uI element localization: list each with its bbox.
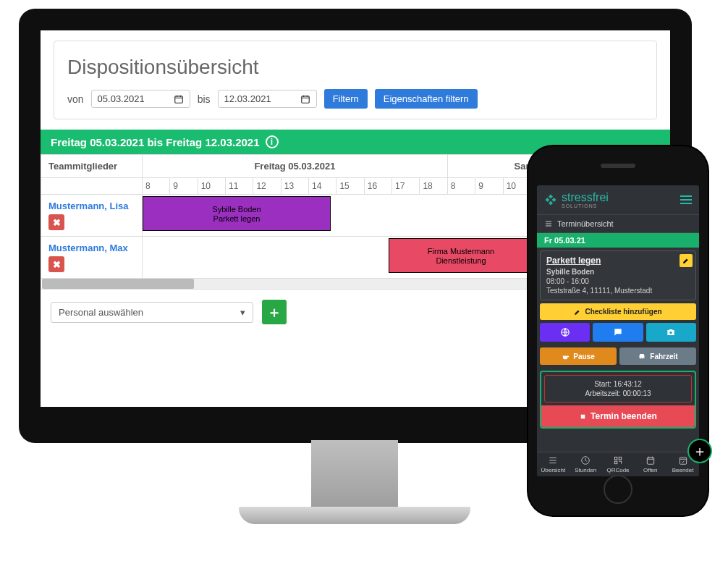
mobile-date-banner: Fr 05.03.21 — [537, 233, 699, 248]
phone-frame: stressfrei SOLUTIONS Terminübersicht Fr … — [528, 146, 708, 515]
subheader-title: Terminübersicht — [557, 219, 614, 228]
checklist-label: Checkliste hinzufügen — [585, 308, 661, 316]
svg-point-3 — [670, 332, 673, 334]
appointment-customer: Sybille Boden — [546, 267, 690, 277]
appointment-title: Parkett legen — [546, 256, 690, 266]
svg-rect-10 — [680, 458, 686, 464]
calendar-icon — [300, 94, 310, 104]
chat-icon — [613, 327, 623, 337]
filter-button[interactable]: Filtern — [324, 89, 368, 109]
appointment-card[interactable]: Parkett legen Sybille Boden 08:00 - 16:0… — [540, 250, 696, 300]
add-staff-button[interactable]: ＋ — [262, 300, 287, 324]
nav-qrcode[interactable]: QRCode — [602, 452, 635, 476]
camera-button[interactable] — [646, 323, 696, 342]
appointment-service: Dienstleistung — [392, 256, 530, 265]
mobile-bottom-nav: Übersicht Stunden QRCode Offen Beendet — [537, 452, 699, 476]
appointment-block[interactable]: Firma Mustermann Dienstleistung — [389, 238, 533, 273]
chevron-down-icon: ▾ — [240, 307, 245, 318]
timer-box: Start: 16:43:12 Arbeitszeit: 00:00:13 — [544, 375, 692, 402]
from-label: von — [67, 93, 84, 105]
pause-label: Pause — [573, 353, 594, 361]
pause-button[interactable]: Pause — [540, 347, 617, 365]
members-column-header: Teammitglieder — [41, 155, 143, 178]
svg-rect-9 — [647, 458, 653, 464]
filter-row: von 05.03.2021 bis 12.03.2021 Filtern Ei… — [67, 89, 643, 109]
svg-rect-7 — [619, 457, 622, 460]
page-title: Dispositionsübersicht — [67, 56, 643, 79]
remove-member-button[interactable]: ✖ — [48, 214, 64, 230]
pencil-icon — [682, 257, 690, 264]
mobile-header: stressfrei SOLUTIONS — [537, 185, 699, 215]
car-icon — [638, 352, 646, 361]
filter-card: Dispositionsübersicht von 05.03.2021 bis… — [54, 41, 657, 119]
end-appointment-button[interactable]: Termin beenden — [541, 405, 695, 427]
appointment-block[interactable]: Sybille Boden Parkett legen — [143, 196, 331, 231]
nav-overview[interactable]: Übersicht — [537, 452, 570, 476]
day-header-1: Freitag 05.03.2021 — [143, 155, 448, 178]
timer-worktime: Arbeitszeit: 00:00:13 — [548, 389, 688, 398]
fab-add-button[interactable]: ＋ — [687, 439, 712, 463]
scrollbar-thumb[interactable] — [42, 279, 194, 289]
add-checklist-button[interactable]: Checkliste hinzufügen — [540, 303, 696, 320]
to-date-input[interactable]: 12.03.2021 — [218, 90, 317, 108]
logo-icon — [544, 193, 557, 206]
staff-select[interactable]: Personal auswählen ▾ — [51, 302, 253, 323]
monitor-stand-neck — [311, 440, 398, 513]
menu-icon[interactable] — [680, 195, 692, 204]
brand-name: stressfrei — [562, 191, 609, 203]
pencil-icon — [574, 308, 581, 316]
brand-sub: SOLUTIONS — [562, 204, 609, 208]
timer-start: Start: 16:43:12 — [548, 379, 688, 389]
from-date-value: 05.03.2021 — [98, 93, 145, 104]
brand-logo[interactable]: stressfrei SOLUTIONS — [544, 191, 609, 208]
member-name[interactable]: Mustermann, Lisa — [48, 201, 135, 211]
nav-open[interactable]: Offen — [634, 452, 666, 476]
globe-button[interactable] — [540, 323, 590, 342]
svg-rect-1 — [301, 96, 309, 102]
svg-rect-8 — [614, 461, 617, 464]
appointment-customer: Sybille Boden — [146, 205, 327, 214]
edit-button[interactable] — [680, 254, 693, 267]
globe-icon — [560, 327, 570, 337]
calendar-icon — [174, 94, 184, 104]
svg-rect-6 — [614, 457, 617, 460]
to-label: bis — [198, 93, 211, 105]
to-date-value: 12.03.2021 — [224, 93, 271, 104]
svg-rect-0 — [174, 96, 182, 102]
mobile-subheader: Terminübersicht — [537, 215, 699, 233]
info-icon[interactable]: i — [266, 135, 279, 148]
member-name[interactable]: Mustermann, Max — [48, 243, 135, 253]
chat-button[interactable] — [593, 323, 643, 342]
svg-rect-4 — [581, 414, 585, 418]
remove-member-button[interactable]: ✖ — [48, 256, 64, 272]
coffee-icon — [562, 353, 570, 361]
from-date-input[interactable]: 05.03.2021 — [91, 90, 190, 108]
banner-text: Freitag 05.03.2021 bis Freitag 12.03.202… — [51, 136, 260, 148]
hour-scale-day1: 89101112131415161718 — [143, 178, 447, 194]
filter-properties-button[interactable]: Eigenschaften filtern — [375, 89, 478, 109]
monitor-stand-base — [239, 507, 470, 524]
drive-time-button[interactable]: Fahrzeit — [619, 347, 696, 365]
staff-select-placeholder: Personal auswählen — [59, 307, 143, 318]
appointment-address: Teststraße 4, 11111, Musterstadt — [546, 286, 690, 295]
stop-icon — [579, 413, 587, 421]
appointment-service: Parkett legen — [146, 214, 327, 223]
camera-icon — [666, 327, 676, 337]
list-icon — [544, 219, 553, 228]
end-label: Termin beenden — [591, 411, 657, 421]
drive-label: Fahrzeit — [650, 353, 677, 361]
phone-screen: stressfrei SOLUTIONS Terminübersicht Fr … — [537, 185, 699, 476]
appointment-customer: Firma Mustermann — [392, 247, 530, 256]
timer-panel: Start: 16:43:12 Arbeitszeit: 00:00:13 Te… — [540, 371, 696, 429]
nav-hours[interactable]: Stunden — [570, 452, 602, 476]
appointment-time: 08:00 - 16:00 — [546, 277, 690, 286]
